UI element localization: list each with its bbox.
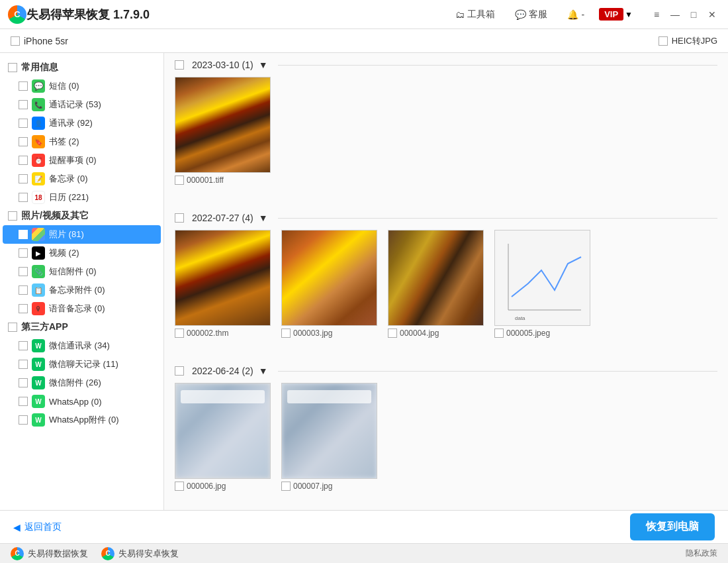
- photo-thumb-5[interactable]: data: [494, 230, 590, 326]
- notes-icon: 📝: [32, 172, 45, 185]
- group3-divider: [278, 371, 717, 372]
- calls-icon: 📞: [32, 98, 45, 111]
- photo-thumb-2[interactable]: [175, 230, 271, 326]
- sidebar-item-calls[interactable]: 📞 通话记录 (53): [3, 95, 161, 114]
- service-icon: 💬: [515, 9, 526, 20]
- service-btn[interactable]: 💬 客服: [510, 6, 553, 23]
- toolbar-actions: 🗂 工具箱 💬 客服 🔔 - VIP ▼ ≡ — □ ✕: [450, 6, 720, 23]
- date-group-3: 2022-06-24 (2) ▼ 000006.jpg: [164, 359, 728, 507]
- wechat-attach-label: 微信附件 (26): [49, 377, 101, 389]
- heic-checkbox[interactable]: [659, 36, 668, 46]
- date-header-3: 2022-06-24 (2) ▼: [164, 359, 728, 383]
- photo-grid-2: 000002.thm 000003.jpg 0000: [164, 230, 728, 354]
- sidebar-item-notes[interactable]: 📝 备忘录 (0): [3, 170, 161, 188]
- calendar-icon: 18: [32, 191, 45, 204]
- date-group-2: 2022-07-27 (4) ▼ 000002.thm: [164, 206, 728, 354]
- photo-thumb-6[interactable]: [175, 383, 271, 479]
- window-controls: ≡ — □ ✕: [649, 7, 720, 23]
- reminders-icon: ⏰: [32, 154, 45, 167]
- notes-attach-icon: 📋: [32, 283, 45, 297]
- photo-item-7: 000007.jpg: [281, 383, 377, 491]
- wechat-chats-icon: W: [32, 358, 45, 371]
- photo-filename-1: 000001.tiff: [175, 176, 224, 185]
- photo-item-3: 000003.jpg: [281, 230, 377, 338]
- group1-checkbox[interactable]: [175, 60, 184, 70]
- sms-attach-icon: 📎: [32, 265, 45, 278]
- group3-checkbox[interactable]: [175, 366, 184, 376]
- photo-thumb-3[interactable]: [281, 230, 377, 326]
- svg-text:data: data: [515, 315, 525, 321]
- bookmarks-icon: 🔖: [32, 135, 45, 148]
- footer-app1[interactable]: C 失易得数据恢复: [11, 547, 88, 560]
- back-icon: ◀: [13, 522, 21, 533]
- voice-memo-icon: 🎙: [32, 302, 45, 315]
- back-label: 返回首页: [24, 521, 62, 533]
- calendar-label: 日历 (221): [49, 191, 89, 203]
- group1-toggle-icon[interactable]: ▼: [259, 60, 268, 70]
- photo-thumb-1[interactable]: [175, 77, 271, 173]
- group2-toggle-icon[interactable]: ▼: [259, 213, 268, 223]
- date-header-2: 2022-07-27 (4) ▼: [164, 206, 728, 230]
- privacy-link[interactable]: 隐私政策: [686, 548, 717, 559]
- sms-icon: 💬: [32, 79, 45, 93]
- sidebar-item-calendar[interactable]: 18 日历 (221): [3, 188, 161, 207]
- whatsapp-attach-label: WhatsApp附件 (0): [49, 414, 118, 426]
- sidebar-item-sms-attachments[interactable]: 📎 短信附件 (0): [3, 262, 161, 281]
- sidebar-item-sms[interactable]: 💬 短信 (0): [3, 77, 161, 95]
- vip-dropdown-icon[interactable]: ▼: [625, 10, 633, 19]
- contacts-icon: 👤: [32, 117, 45, 130]
- bookmarks-label: 书签 (2): [49, 136, 79, 148]
- vip-badge[interactable]: VIP: [599, 8, 623, 21]
- footer-links: C 失易得数据恢复 C 失易得安卓恢复: [11, 547, 179, 560]
- sidebar-item-voice-memos[interactable]: 🎙 语音备忘录 (0): [3, 299, 161, 318]
- app2-label: 失易得安卓恢复: [118, 548, 179, 560]
- notification-btn[interactable]: 🔔 -: [562, 7, 590, 23]
- sidebar-item-reminders[interactable]: ⏰ 提醒事项 (0): [3, 151, 161, 170]
- group2-divider: [278, 218, 717, 219]
- notes-attach-label: 备忘录附件 (0): [49, 284, 105, 296]
- back-button[interactable]: ◀ 返回首页: [13, 521, 62, 533]
- sidebar-item-wechat-chats[interactable]: W 微信聊天记录 (11): [3, 355, 161, 374]
- photo-thumb-4[interactable]: [388, 230, 484, 326]
- videos-icon: ▶: [32, 246, 45, 260]
- whatsapp-icon: W: [32, 395, 45, 408]
- sidebar-item-videos[interactable]: ▶ 视频 (2): [3, 244, 161, 262]
- section-common-checkbox[interactable]: [8, 63, 17, 72]
- device-checkbox[interactable]: [11, 36, 20, 46]
- svg-rect-0: [495, 230, 590, 325]
- close-btn[interactable]: ✕: [704, 7, 720, 23]
- heic-converter[interactable]: HEIC转JPG: [659, 35, 717, 47]
- photo-filename-7: 000007.jpg: [281, 482, 332, 491]
- photo-filename-5: 000005.jpeg: [494, 329, 550, 338]
- app-title: 失易得苹果恢复 1.7.9.0: [26, 7, 450, 23]
- menu-btn[interactable]: ≡: [649, 7, 664, 23]
- sidebar-item-wechat-contacts[interactable]: W 微信通讯录 (34): [3, 336, 161, 355]
- group3-toggle-icon[interactable]: ▼: [259, 366, 268, 376]
- app2-logo: C: [101, 547, 114, 560]
- photo-grid-3: 000006.jpg 000007.jpg: [164, 383, 728, 507]
- group2-checkbox[interactable]: [175, 213, 184, 223]
- sidebar-item-contacts[interactable]: 👤 通讯录 (92): [3, 114, 161, 132]
- photo-item-4: 000004.jpg: [388, 230, 484, 338]
- sidebar-item-photos[interactable]: 照片 (81): [3, 225, 161, 244]
- recover-button[interactable]: 恢复到电脑: [630, 513, 715, 540]
- footer-app2[interactable]: C 失易得安卓恢复: [101, 547, 179, 560]
- photo-filename-6: 000006.jpg: [175, 482, 226, 491]
- photo-thumb-7[interactable]: [281, 383, 377, 479]
- bottombar: ◀ 返回首页 恢复到电脑: [0, 510, 728, 543]
- photo-item-5: data 000005.jpeg: [494, 230, 590, 338]
- sidebar-item-bookmarks[interactable]: 🔖 书签 (2): [3, 132, 161, 151]
- sidebar-item-wechat-attachments[interactable]: W 微信附件 (26): [3, 374, 161, 392]
- maximize-btn[interactable]: □: [686, 7, 702, 23]
- sidebar-item-whatsapp-attachments[interactable]: W WhatsApp附件 (0): [3, 411, 161, 429]
- sidebar-item-whatsapp[interactable]: W WhatsApp (0): [3, 392, 161, 411]
- toolbox-icon: 🗂: [455, 9, 465, 20]
- section-thirdparty-label: 第三方APP: [21, 321, 68, 333]
- sidebar: 常用信息 💬 短信 (0) 📞 通话记录 (53) 👤 通讯录 (92) 🔖 书…: [0, 53, 164, 510]
- minimize-btn[interactable]: —: [667, 7, 683, 23]
- device-selector[interactable]: iPhone 5sr: [11, 36, 68, 46]
- sidebar-item-notes-attachments[interactable]: 📋 备忘录附件 (0): [3, 281, 161, 299]
- toolbar-btn[interactable]: 🗂 工具箱: [450, 6, 500, 23]
- heic-label: HEIC转JPG: [672, 35, 717, 47]
- reminders-label: 提醒事项 (0): [49, 154, 97, 166]
